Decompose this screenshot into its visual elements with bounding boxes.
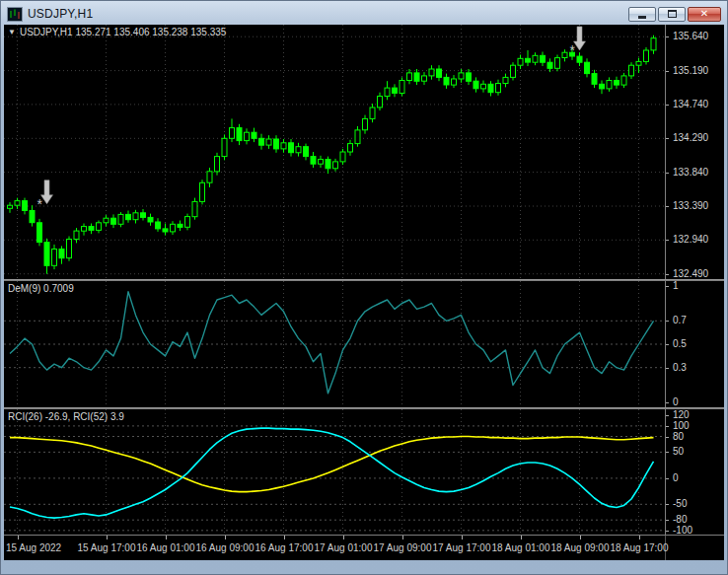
time-tick-mark (284, 536, 285, 539)
candle (562, 49, 567, 61)
candle (533, 52, 538, 65)
candle (215, 153, 220, 176)
candle (355, 126, 360, 147)
window-icon[interactable] (7, 7, 23, 22)
candle (133, 210, 138, 224)
candle (400, 77, 404, 96)
time-tick-mark (402, 536, 403, 539)
demarker-axis[interactable]: 10.70.50.30 (665, 281, 724, 407)
close-button[interactable]: ✕ (688, 7, 721, 22)
candle (592, 70, 597, 88)
demarker-panel: 10.70.50.30 DeM(9) 0.7009 (4, 281, 724, 407)
time-axis[interactable]: 15 Aug 202215 Aug 17:0016 Aug 01:0016 Au… (4, 535, 724, 560)
candle (289, 139, 294, 157)
candle (141, 209, 146, 221)
axis-tick-mark (666, 138, 669, 139)
axis-tick-label: 120 (673, 409, 690, 420)
minimize-button[interactable] (628, 7, 656, 22)
time-axis-label: 15 Aug 17:00 (78, 542, 136, 553)
candle (452, 75, 457, 88)
axis-tick-label: 0.7 (673, 315, 687, 325)
candle (266, 135, 271, 149)
candle (459, 69, 464, 83)
sell-arrow-marker[interactable] (41, 180, 53, 204)
candle (237, 124, 242, 145)
candle (600, 81, 605, 95)
candle (348, 140, 353, 156)
axis-tick-label: 133.390 (673, 200, 708, 211)
candle (156, 218, 161, 232)
candle (481, 81, 486, 93)
rci-axis[interactable]: 12010080500-50-80-100 (665, 409, 724, 535)
candle (8, 202, 13, 213)
candle (496, 80, 501, 96)
star-marker[interactable]: * (570, 42, 576, 58)
maximize-icon (668, 10, 677, 18)
candle (171, 221, 176, 235)
window-title: USDJPY,H1 (28, 7, 93, 21)
axis-tick-label: -50 (673, 498, 687, 509)
candle (577, 52, 582, 66)
star-marker[interactable]: * (37, 196, 43, 212)
time-tick-mark (166, 536, 167, 539)
maximize-button[interactable] (658, 7, 686, 22)
axis-tick-label: 0 (673, 396, 679, 407)
axis-tick-label: -80 (673, 514, 687, 525)
title-bar[interactable]: USDJPY,H1 ✕ (4, 3, 724, 25)
candle (333, 159, 338, 172)
time-axis-label: 17 Aug 09:00 (374, 542, 432, 553)
time-tick-mark (343, 536, 344, 539)
axis-tick-mark (666, 415, 669, 416)
demarker-chart-canvas[interactable] (4, 281, 665, 407)
candle (541, 52, 546, 67)
sell-arrow-marker[interactable] (574, 27, 586, 50)
candle (111, 214, 116, 228)
axis-tick-label: 100 (673, 420, 690, 431)
candle (44, 239, 49, 274)
axis-tick-mark (666, 206, 669, 207)
candle (629, 62, 634, 79)
candle (311, 152, 316, 168)
axis-tick-mark (666, 478, 669, 479)
candle (259, 134, 264, 150)
chart-area: ** 135.640135.190134.740134.290133.84013… (4, 25, 724, 560)
candle (437, 65, 442, 81)
time-tick-mark (225, 536, 226, 539)
candle (651, 36, 656, 54)
axis-tick-mark (666, 71, 669, 72)
candle (97, 221, 102, 234)
candle (304, 144, 309, 161)
candle (636, 58, 641, 73)
time-axis-label: 16 Aug 01:00 (137, 542, 195, 553)
price-axis[interactable]: 135.640135.190134.740134.290133.840133.3… (665, 25, 724, 279)
candle (340, 149, 345, 165)
minimize-icon (638, 16, 646, 19)
candle (467, 69, 472, 85)
candle (74, 228, 79, 243)
axis-tick-mark (666, 437, 669, 438)
candle (644, 47, 649, 65)
time-tick-mark (580, 536, 581, 539)
candle (52, 245, 57, 269)
axis-tick-label: 0.3 (673, 362, 687, 373)
candle (207, 168, 212, 187)
time-axis-label: 18 Aug 01:00 (492, 542, 550, 553)
axis-tick-mark (666, 426, 669, 427)
collapse-arrow-icon[interactable]: ▼ (8, 28, 16, 36)
candle (393, 84, 398, 97)
axis-tick-mark (666, 274, 669, 275)
axis-tick-label: 134.290 (673, 132, 708, 143)
price-chart-canvas[interactable]: ** (4, 25, 665, 279)
axis-tick-label: 135.190 (673, 65, 708, 76)
rci-chart-canvas[interactable] (4, 409, 665, 535)
chart-window: USDJPY,H1 ✕ ** 135.640135.190134.740134.… (0, 0, 728, 575)
axis-tick-label: 133.840 (673, 167, 708, 178)
candle (444, 74, 449, 89)
candle (526, 50, 531, 66)
axis-tick-label: 134.740 (673, 99, 708, 109)
axis-tick-label: 80 (673, 431, 684, 442)
axis-tick-label: 50 (673, 446, 684, 457)
axis-tick-mark (666, 531, 669, 532)
candle (621, 73, 626, 88)
close-icon: ✕ (700, 9, 708, 19)
